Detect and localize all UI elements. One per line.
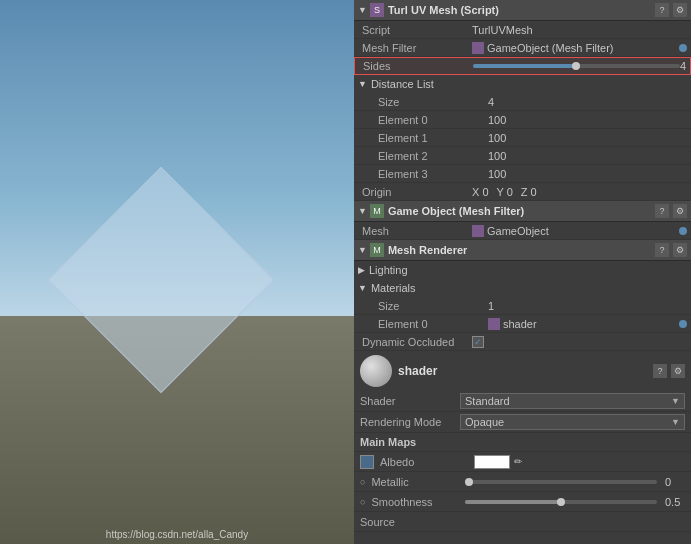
main-maps-label: Main Maps	[360, 436, 416, 448]
source-row: Source	[354, 512, 691, 532]
smoothness-value: 0.5	[665, 496, 685, 508]
rendering-mode-arrow: ▼	[671, 417, 680, 427]
shader-row: shader ? ⚙	[354, 351, 691, 391]
dynamic-occluded-label: Dynamic Occluded	[362, 336, 472, 348]
element3-value: 100	[488, 168, 687, 180]
main-maps-header: Main Maps	[354, 433, 691, 452]
metallic-value: 0	[665, 476, 685, 488]
smoothness-slider-thumb[interactable]	[557, 498, 565, 506]
mesh-filter-row: Mesh Filter GameObject (Mesh Filter)	[354, 39, 691, 57]
lighting-section[interactable]: ▶ Lighting	[354, 261, 691, 279]
mesh-dot[interactable]	[679, 227, 687, 235]
source-label: Source	[360, 516, 450, 528]
renderer-icon: M	[370, 243, 384, 257]
mesh-label: Mesh	[362, 225, 472, 237]
materials-size-label: Size	[378, 300, 488, 312]
lighting-label: Lighting	[369, 264, 408, 276]
smoothness-radio: ○	[360, 497, 365, 507]
shader-settings-button[interactable]: ⚙	[671, 364, 685, 378]
materials-size-row: Size 1	[354, 297, 691, 315]
rendering-mode-value: Opaque	[465, 416, 504, 428]
element3-row: Element 3 100	[354, 165, 691, 183]
sides-slider-fill	[473, 64, 576, 68]
element1-value: 100	[488, 132, 687, 144]
dynamic-occluded-row: Dynamic Occluded ✓	[354, 333, 691, 351]
size-label: Size	[378, 96, 488, 108]
metallic-slider-track[interactable]	[465, 480, 657, 484]
element0-label: Element 0	[378, 114, 488, 126]
mesh-obj-icon	[472, 225, 484, 237]
mesh-renderer-header[interactable]: ▼ M Mesh Renderer ? ⚙	[354, 240, 691, 261]
renderer-header-actions: ? ⚙	[655, 243, 687, 257]
rendering-mode-dropdown[interactable]: Opaque ▼	[460, 414, 685, 430]
turl-uv-mesh-title: Turl UV Mesh (Script)	[388, 4, 655, 16]
turl-uv-mesh-header[interactable]: ▼ S Turl UV Mesh (Script) ? ⚙	[354, 0, 691, 21]
element2-value: 100	[488, 150, 687, 162]
script-value: TurlUVMesh	[472, 24, 687, 36]
origin-values: X 0 Y 0 Z 0	[472, 186, 687, 198]
element1-label: Element 1	[378, 132, 488, 144]
element3-label: Element 3	[378, 168, 488, 180]
smoothness-label: Smoothness	[371, 496, 461, 508]
shader-dropdown-arrow: ▼	[671, 396, 680, 406]
element0-row: Element 0 100	[354, 111, 691, 129]
origin-row: Origin X 0 Y 0 Z 0	[354, 183, 691, 201]
rendering-mode-row: Rendering Mode Opaque ▼	[354, 412, 691, 433]
renderer-element0-value: shader	[488, 318, 679, 330]
smoothness-slider-fill	[465, 500, 561, 504]
sphere-preview-icon	[360, 355, 392, 387]
smoothness-row: ○ Smoothness 0.5	[354, 492, 691, 512]
element0-dot[interactable]	[679, 320, 687, 328]
meshfilter-settings-button[interactable]: ⚙	[673, 204, 687, 218]
albedo-color-swatch[interactable]	[474, 455, 510, 469]
albedo-label: Albedo	[380, 456, 470, 468]
origin-y: Y 0	[497, 186, 513, 198]
script-label: Script	[362, 24, 472, 36]
materials-label: Materials	[371, 282, 416, 294]
albedo-texture-thumb[interactable]	[360, 455, 374, 469]
shader-label: Shader	[360, 395, 460, 407]
collapse-arrow: ▼	[358, 5, 367, 15]
metallic-label: Metallic	[371, 476, 461, 488]
materials-section[interactable]: ▼ Materials	[354, 279, 691, 297]
settings-button[interactable]: ⚙	[673, 3, 687, 17]
renderer-settings-button[interactable]: ⚙	[673, 243, 687, 257]
script-icon: S	[370, 3, 384, 17]
element1-row: Element 1 100	[354, 129, 691, 147]
sides-slider-track[interactable]	[473, 64, 680, 68]
size-value: 4	[488, 96, 687, 108]
distance-list-header[interactable]: ▼ Distance List	[354, 75, 691, 93]
shader-name: shader	[398, 364, 647, 378]
collapse-arrow-renderer: ▼	[358, 245, 367, 255]
sides-row[interactable]: Sides 4	[354, 57, 691, 75]
collapse-arrow-meshfilter: ▼	[358, 206, 367, 216]
distance-list-label: Distance List	[371, 78, 434, 90]
metallic-radio: ○	[360, 477, 365, 487]
pencil-icon[interactable]: ✏	[514, 456, 522, 467]
inspector-panel: ▼ S Turl UV Mesh (Script) ? ⚙ Script Tur…	[354, 0, 691, 544]
header-actions: ? ⚙	[655, 3, 687, 17]
albedo-row: Albedo ✏	[354, 452, 691, 472]
shader-dropdown[interactable]: Standard ▼	[460, 393, 685, 409]
meshfilter-help-button[interactable]: ?	[655, 204, 669, 218]
shader-help-button[interactable]: ?	[653, 364, 667, 378]
origin-x: X 0	[472, 186, 489, 198]
game-object-mesh-filter-header[interactable]: ▼ M Game Object (Mesh Filter) ? ⚙	[354, 201, 691, 222]
smoothness-slider[interactable]	[465, 500, 657, 504]
metallic-slider[interactable]	[465, 480, 657, 484]
origin-z: Z 0	[521, 186, 537, 198]
viewport: https://blog.csdn.net/alla_Candy	[0, 0, 354, 544]
sides-slider-thumb[interactable]	[572, 62, 580, 70]
metallic-row: ○ Metallic 0	[354, 472, 691, 492]
help-button[interactable]: ?	[655, 3, 669, 17]
smoothness-slider-track[interactable]	[465, 500, 657, 504]
metallic-slider-thumb[interactable]	[465, 478, 473, 486]
shader-prop-row: Shader Standard ▼	[354, 391, 691, 412]
rendering-mode-label: Rendering Mode	[360, 416, 460, 428]
renderer-help-button[interactable]: ?	[655, 243, 669, 257]
sides-slider[interactable]	[473, 64, 680, 68]
script-row: Script TurlUVMesh	[354, 21, 691, 39]
mesh-filter-dot[interactable]	[679, 44, 687, 52]
dynamic-occluded-checkbox[interactable]: ✓	[472, 336, 484, 348]
mesh-value: GameObject	[472, 225, 679, 237]
